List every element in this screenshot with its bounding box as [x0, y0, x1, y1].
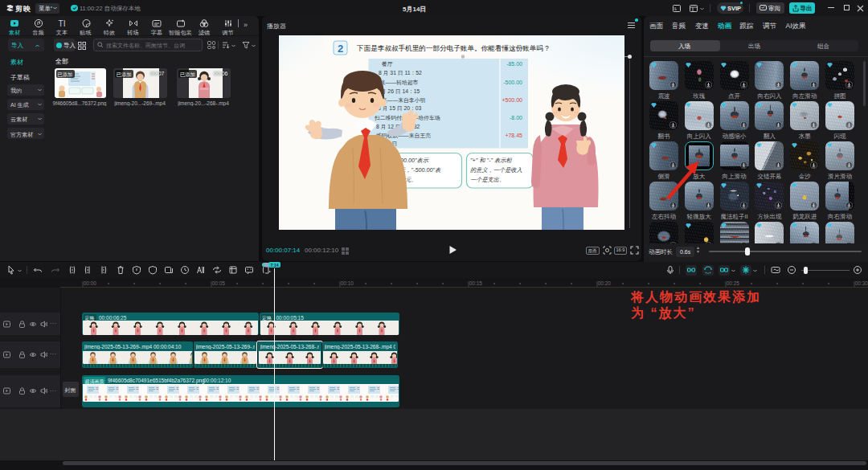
- svg-text:餐厅: 餐厅: [381, 61, 393, 67]
- svg-text:8 月 31 日 11：52: 8 月 31 日 11：52: [379, 70, 422, 76]
- svg-text:-500.00: -500.00: [503, 80, 522, 85]
- svg-text:TI: TI: [59, 19, 66, 28]
- svg-text:2: 2: [338, 43, 343, 55]
- svg-text:-8.00: -8.00: [510, 115, 522, 121]
- svg-text:+500.00: +500.00: [502, 97, 523, 103]
- svg-text:一个是支出。: 一个是支出。: [470, 176, 505, 183]
- svg-text:-85.00: -85.00: [506, 61, 522, 67]
- svg-text:+78.45: +78.45: [505, 133, 522, 138]
- svg-text:"+" 和 "-" 表示相: "+" 和 "-" 表示相: [470, 157, 512, 164]
- svg-text:下面是李叔叔手机里的一部分电子账单。你能看懂这份账单吗？: 下面是李叔叔手机里的一部分电子账单。你能看懂这份账单吗？: [356, 44, 551, 52]
- svg-text:的意义，一个是收入: 的意义，一个是收入: [470, 166, 522, 174]
